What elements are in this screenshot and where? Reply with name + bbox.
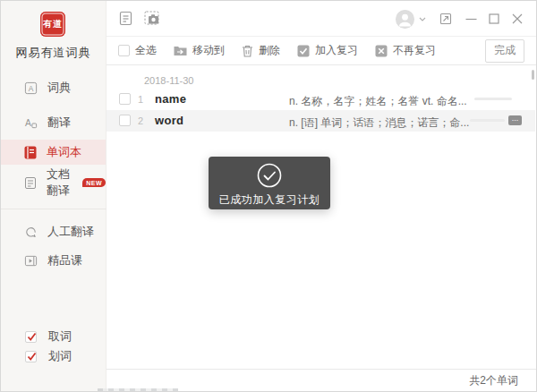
toast-notification: 已成功加入复习计划 xyxy=(209,157,330,209)
avatar-icon xyxy=(396,10,414,29)
sidebar-item-label: 翻译 xyxy=(47,115,71,131)
chevron-down-icon xyxy=(419,17,426,21)
success-check-icon xyxy=(257,163,282,188)
wordbook-icon xyxy=(24,146,37,159)
mini-mode-button[interactable] xyxy=(436,1,456,37)
close-icon xyxy=(512,13,523,24)
review-progress-bar xyxy=(474,98,512,100)
resize-icon xyxy=(439,13,452,25)
review-progress-bar xyxy=(470,119,505,122)
new-note-icon[interactable] xyxy=(118,11,133,26)
sidebar-item-human-translate[interactable]: 人工翻译 xyxy=(1,220,106,243)
app-title: 网易有道词典 xyxy=(1,45,106,61)
user-avatar[interactable] xyxy=(393,1,416,37)
folder-move-icon xyxy=(174,45,187,56)
add-review-action[interactable]: 加入复习 xyxy=(297,43,358,58)
x-square-icon xyxy=(375,45,388,57)
svg-text:A: A xyxy=(29,83,34,92)
action-label: 全选 xyxy=(135,43,157,58)
word-count: 共2个单词 xyxy=(469,373,518,388)
toast-message: 已成功加入复习计划 xyxy=(209,192,330,208)
word-row[interactable]: 2 word n. [语] 单词；话语；消息；诺言；命... ... xyxy=(107,110,535,132)
trash-icon xyxy=(242,45,253,57)
row-word: word xyxy=(155,114,183,127)
dictionary-icon: A xyxy=(24,81,38,95)
date-group-header: 2018-11-30 xyxy=(144,75,193,86)
background-window-edge xyxy=(98,388,178,391)
actionbar: 全选 移动到 删除 加入复习 不再复习 完成 xyxy=(107,37,536,65)
sidebar-item-label: 词典 xyxy=(47,80,71,96)
translate-icon: A xyxy=(24,116,38,130)
sidebar-item-label: 单词本 xyxy=(47,144,81,160)
sidebar-item-dictionary[interactable]: A 词典 xyxy=(1,76,106,99)
toggle-label: 划词 xyxy=(48,348,72,364)
sidebar: 有道 网易有道词典 A 词典 A 翻译 单词本 文档翻译 NEW 人工翻译 精品… xyxy=(1,1,107,391)
checkbox-checked-icon xyxy=(25,351,37,362)
action-label: 删除 xyxy=(259,43,280,58)
no-review-action[interactable]: 不再复习 xyxy=(375,43,436,58)
row-number: 2 xyxy=(138,115,143,126)
row-word: name xyxy=(155,92,186,106)
select-all-checkbox xyxy=(118,45,130,56)
play-course-icon xyxy=(24,254,38,268)
action-label: 不再复习 xyxy=(393,43,436,58)
row-definition: n. [语] 单词；话语；消息；诺言；命... xyxy=(289,115,469,131)
move-to-action[interactable]: 移动到 xyxy=(174,43,225,58)
select-all-action[interactable]: 全选 xyxy=(118,43,157,58)
sidebar-item-label: 精品课 xyxy=(47,252,82,268)
close-button[interactable] xyxy=(507,1,527,37)
maximize-button[interactable] xyxy=(484,1,504,37)
app-window: 有道 网易有道词典 A 词典 A 翻译 单词本 文档翻译 NEW 人工翻译 精品… xyxy=(0,0,537,392)
done-button[interactable]: 完成 xyxy=(485,39,524,63)
account-menu-button[interactable] xyxy=(416,1,429,37)
maximize-icon xyxy=(489,13,499,24)
sidebar-divider xyxy=(1,209,107,209)
headset-icon xyxy=(24,226,38,239)
row-definition: n. 名称，名字；姓名；名誉 vt. 命名... xyxy=(289,94,467,109)
row-checkbox[interactable] xyxy=(119,115,131,126)
scrollbar-thumb[interactable] xyxy=(532,70,534,80)
more-options-icon[interactable]: ... xyxy=(508,115,522,125)
new-badge: NEW xyxy=(82,178,106,187)
word-row[interactable]: 1 name n. 名称，名字；姓名；名誉 vt. 命名... xyxy=(107,89,535,110)
row-checkbox[interactable] xyxy=(119,93,131,105)
svg-text:A: A xyxy=(25,117,31,127)
action-label: 加入复习 xyxy=(315,43,358,58)
row-number: 1 xyxy=(138,94,143,105)
screenshot-camera-icon[interactable] xyxy=(144,11,161,26)
topbar xyxy=(107,1,536,37)
check-square-icon xyxy=(297,45,310,57)
minimize-icon xyxy=(465,13,477,25)
document-icon xyxy=(24,176,37,190)
youdao-logo-icon: 有道 xyxy=(40,12,65,37)
sidebar-item-doc-translate[interactable]: 文档翻译 NEW xyxy=(1,171,106,194)
toggle-label: 取词 xyxy=(48,328,72,345)
minimize-button[interactable] xyxy=(461,1,481,37)
action-label: 移动到 xyxy=(192,43,225,58)
sidebar-item-wordbook[interactable]: 单词本 xyxy=(1,140,106,165)
sidebar-item-translate[interactable]: A 翻译 xyxy=(1,111,106,134)
sidebar-item-label: 人工翻译 xyxy=(47,224,94,240)
toggle-word-capture[interactable]: 取词 xyxy=(25,330,72,343)
delete-action[interactable]: 删除 xyxy=(242,43,280,58)
toggle-word-select[interactable]: 划词 xyxy=(25,350,72,362)
sidebar-item-premium-course[interactable]: 精品课 xyxy=(1,249,106,272)
sidebar-item-label: 文档翻译 xyxy=(47,166,72,199)
window-controls xyxy=(393,1,527,37)
checkbox-checked-icon xyxy=(25,331,37,343)
